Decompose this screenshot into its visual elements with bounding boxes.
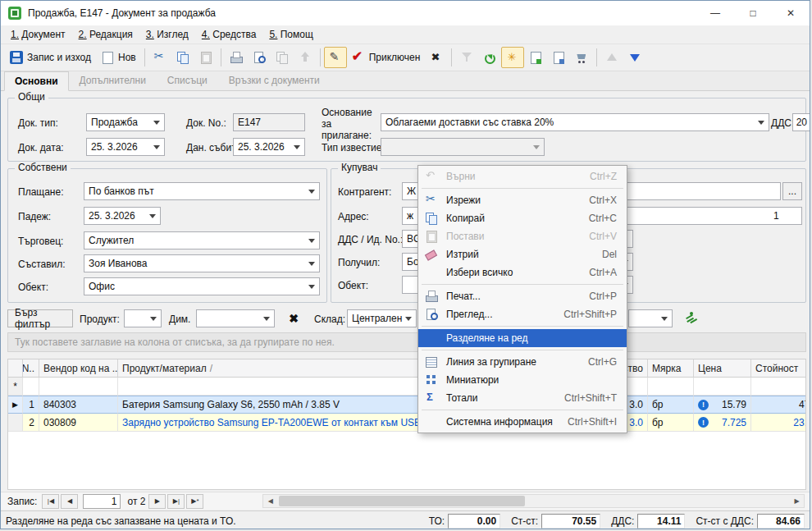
quick-filter-button[interactable]: Бърз филтър	[7, 309, 73, 327]
menu-separator	[422, 326, 623, 327]
cancel-document-button[interactable]	[425, 47, 448, 68]
menu-view[interactable]: 3. Изглед	[139, 26, 195, 43]
price-info-icon	[698, 417, 709, 428]
clear-filter-button[interactable]: ✖	[283, 309, 304, 327]
to-value: 0.00	[448, 514, 500, 529]
menu-item-split-row[interactable]: Разделяне на ред	[418, 329, 627, 347]
menu-document[interactable]: 1. Документ	[4, 26, 72, 43]
vat-field[interactable]: 20	[792, 113, 810, 131]
toolbar-separator	[144, 48, 145, 66]
payment-combo[interactable]: По банков път	[84, 182, 320, 200]
sort-indicator-icon: /	[210, 363, 212, 374]
print-button[interactable]	[225, 47, 248, 68]
first-record-button[interactable]: |◀	[42, 494, 59, 509]
edit-mode-toggle[interactable]	[324, 47, 347, 68]
copy-document-button[interactable]	[524, 47, 547, 68]
prev-record-button[interactable]: ◀	[61, 494, 78, 509]
new-record-button[interactable]: ▶*	[186, 494, 203, 509]
scroll-left-icon[interactable]: ◀	[263, 495, 277, 507]
menu-item-preview[interactable]: Преглед... Ctrl+Shift+P	[418, 305, 627, 323]
due-date-combo[interactable]: 25. 3.2026	[84, 207, 161, 225]
move-down-button[interactable]	[623, 47, 646, 68]
cart-button[interactable]	[570, 47, 593, 68]
tax-event-combo[interactable]: 25. 3.2026	[233, 138, 305, 156]
menu-item-delete[interactable]: Изтрий Del	[418, 245, 627, 263]
table-row[interactable]: 2 030809 Зарядно устройство Samsung EP-T…	[8, 414, 806, 432]
minimize-button[interactable]: —	[696, 1, 734, 25]
price-info-icon	[698, 400, 709, 410]
tab-dopalnitelni[interactable]: Допълнителни	[69, 71, 157, 90]
chevron-down-icon	[308, 262, 315, 266]
warehouse-combo[interactable]: Централен	[347, 309, 417, 327]
highlight-toggle[interactable]	[501, 47, 524, 68]
salesman-label: Търговец:	[18, 236, 63, 247]
menu-help[interactable]: 5. Помощ	[262, 26, 319, 43]
window-title: Продажба, E147 - Документ за продажба	[28, 7, 696, 19]
menu-item-group-line[interactable]: Линия за групиране Ctrl+G	[418, 353, 627, 371]
paste-icon	[425, 230, 438, 243]
new-button[interactable]: Нов	[96, 47, 141, 68]
last-record-button[interactable]: ▶|	[167, 494, 185, 509]
groupbox-obshti: Общи Док. тип: Продажба Док. No.: E147 О…	[7, 98, 806, 162]
header-value[interactable]: Стойност	[751, 359, 806, 378]
grouping-panel[interactable]: Тук поставете заглавие на колона от спис…	[7, 332, 806, 352]
maximize-button[interactable]: □	[734, 1, 772, 25]
basis-combo[interactable]: Облагаеми доставки със ставка 20%	[381, 113, 769, 131]
duplicate-document-button[interactable]	[547, 47, 570, 68]
header-price[interactable]: Цена	[694, 359, 751, 378]
chevron-down-icon	[308, 190, 315, 194]
cut-button[interactable]	[148, 47, 171, 68]
filter-product-combo[interactable]	[124, 309, 162, 327]
header-vendor[interactable]: Вендор код на ..	[39, 359, 118, 378]
menu-item-system-info[interactable]: Системна информация Ctrl+Shift+I	[418, 413, 627, 431]
print-preview-button[interactable]	[248, 47, 271, 68]
address-label: Адрес:	[338, 211, 369, 222]
contragent-browse-button[interactable]: ...	[782, 182, 802, 200]
grid-header: N.. Вендор код на .. Продукт/материал / …	[8, 359, 806, 378]
save-exit-button[interactable]: Запис и изход	[5, 47, 96, 68]
doc-date-combo[interactable]: 25. 3.2026	[86, 138, 165, 156]
copy-button[interactable]	[171, 47, 194, 68]
menu-item-cut[interactable]: Изрежи Ctrl+X	[418, 191, 627, 209]
filter-bar: Бърз филтър Продукт: Дим. ✖ Склад: Центр…	[1, 308, 810, 331]
doc-type-combo[interactable]: Продажба	[86, 113, 165, 131]
tab-vrazki[interactable]: Връзки с документи	[218, 71, 331, 90]
doc-date-label: Док. дата:	[18, 142, 64, 153]
table-row[interactable]: ▶ 1 840303 Батерия Samsung Galaxy S6, 25…	[8, 396, 806, 414]
tab-osnovni[interactable]: Основни	[4, 71, 69, 91]
menu-item-thumbnails[interactable]: Миниатюри	[418, 371, 627, 389]
extra-filter-combo[interactable]	[628, 309, 673, 327]
new-row[interactable]: *	[8, 378, 806, 396]
groupbox-kupuvach-title: Купувач	[338, 162, 381, 173]
refresh-button[interactable]	[478, 47, 501, 68]
paste-icon	[199, 51, 212, 64]
scrollbar-thumb[interactable]	[279, 496, 525, 506]
menu-item-print[interactable]: Печат... Ctrl+P	[418, 287, 627, 305]
horizontal-scrollbar[interactable]: ◀ ▶	[262, 494, 805, 508]
app-window: Продажба, E147 - Документ за продажба — …	[0, 0, 810, 529]
menu-item-copy[interactable]: Копирай Ctrl+C	[418, 209, 627, 227]
record-number-field[interactable]: 1	[83, 494, 121, 509]
menu-item-select-all[interactable]: Избери всичко Ctrl+A	[418, 263, 627, 282]
header-unit[interactable]: Мярка	[648, 359, 694, 378]
tab-spisaci[interactable]: Списъци	[157, 71, 218, 90]
menu-tools[interactable]: 4. Средства	[195, 26, 263, 43]
groupbox-sobstveni: Собствени Плащане: По банков път Падеж: …	[7, 168, 327, 303]
menu-edit[interactable]: 2. Редакция	[72, 26, 139, 43]
doc-no-field[interactable]: E147	[233, 113, 305, 131]
filter-dim-combo[interactable]	[196, 309, 275, 327]
net-value: 70.55	[541, 514, 600, 529]
print-preview-icon	[253, 51, 266, 64]
author-combo[interactable]: Зоя Иванова	[84, 254, 320, 272]
menu-item-totals[interactable]: Тотали Ctrl+Shift+T	[418, 389, 627, 407]
salesman-combo[interactable]: Служител	[84, 231, 320, 249]
site-combo[interactable]: Офис	[84, 277, 320, 295]
close-button[interactable]: ✕	[772, 1, 810, 25]
scroll-right-icon[interactable]: ▶	[790, 495, 804, 507]
next-record-button[interactable]: ▶	[148, 494, 166, 509]
copy-document-icon	[529, 51, 542, 64]
record-label: Запис:	[7, 496, 37, 507]
run-filter-icon[interactable]	[683, 311, 696, 324]
completed-status[interactable]: Приключен	[347, 47, 426, 68]
header-n[interactable]: N..	[23, 359, 39, 378]
